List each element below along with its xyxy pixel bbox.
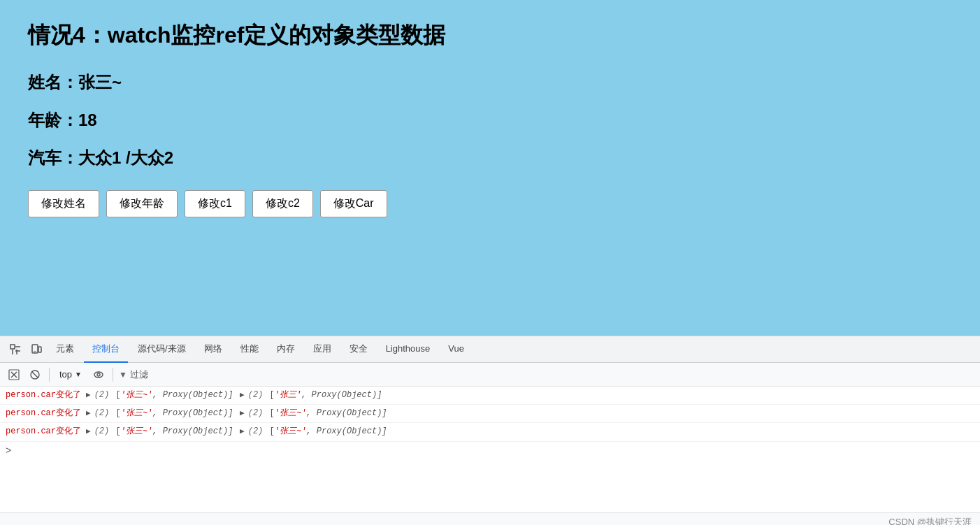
tab-network[interactable]: 网络 — [196, 336, 231, 363]
svg-rect-0 — [10, 345, 15, 349]
btn-modify-name[interactable]: 修改姓名 — [28, 190, 99, 217]
log-array-3a: [ — [110, 425, 120, 438]
svg-point-14 — [97, 373, 100, 376]
log-arrow-1a[interactable]: ▶ — [86, 389, 91, 402]
page-title: 情况4：watch监控ref定义的对象类型数据 — [28, 21, 952, 50]
tab-performance[interactable]: 性能 — [232, 336, 267, 363]
watermark: CSDN @执键行天涯 — [0, 512, 980, 525]
watermark-text: CSDN @执键行天涯 — [888, 517, 972, 525]
devtools-tabs-bar: 元素 控制台 源代码/来源 网络 性能 内存 应用 安全 Lighthouse … — [0, 336, 980, 363]
console-caret-line[interactable]: > — [0, 442, 980, 459]
console-output: person.car变化了 ▶ (2) [ '张三~' , Proxy(Obje… — [0, 387, 980, 512]
name-display: 姓名：张三~ — [28, 71, 952, 94]
log-str-1a: '张三~' — [121, 389, 153, 402]
tab-memory[interactable]: 内存 — [268, 336, 303, 363]
log-arrow-3b[interactable]: ▶ — [235, 426, 244, 438]
eye-icon-btn[interactable] — [90, 366, 107, 383]
log-line-3: person.car变化了 ▶ (2) [ '张三~' , Proxy(Obje… — [0, 423, 980, 441]
log-line-2: person.car变化了 ▶ (2) [ '张三~' , Proxy(Obje… — [0, 405, 980, 423]
btn-modify-car[interactable]: 修改Car — [320, 190, 387, 217]
btn-modify-c1[interactable]: 修改c1 — [185, 190, 245, 217]
console-toolbar: top ▼ ▼ 过滤 — [0, 363, 980, 387]
log-array-1b: [ — [264, 389, 274, 402]
log-line-1: person.car变化了 ▶ (2) [ '张三~' , Proxy(Obje… — [0, 387, 980, 405]
log-count-3a: (2) — [94, 425, 110, 438]
log-arrow-2a[interactable]: ▶ — [86, 408, 91, 420]
button-row: 修改姓名 修改年龄 修改c1 修改c2 修改Car — [28, 190, 952, 217]
svg-line-12 — [32, 371, 38, 377]
log-proxy-1b: , Proxy(Object)] — [301, 389, 382, 402]
log-arrow-1b[interactable]: ▶ — [235, 389, 244, 402]
age-display: 年龄：18 — [28, 109, 952, 131]
tab-vue[interactable]: Vue — [440, 336, 473, 363]
log-count-1b: (2) — [248, 389, 264, 402]
svg-point-13 — [94, 372, 103, 377]
svg-rect-6 — [38, 347, 41, 352]
car-display: 汽车：大众1 /大众2 — [28, 147, 952, 169]
tab-console[interactable]: 控制台 — [84, 336, 128, 363]
log-count-2a: (2) — [94, 407, 110, 420]
log-array-1a: [ — [110, 389, 120, 402]
caret-icon: > — [6, 445, 11, 456]
clear-console-btn[interactable] — [6, 366, 22, 383]
log-proxy-3a: , Proxy(Object)] — [152, 425, 233, 438]
log-array-3b: [ — [264, 425, 274, 438]
log-count-1a: (2) — [94, 389, 110, 402]
log-label-1: person.car变化了 — [6, 389, 81, 402]
tab-security[interactable]: 安全 — [341, 336, 376, 363]
tab-lighthouse[interactable]: Lighthouse — [377, 336, 439, 363]
filter-box: ▼ 过滤 — [119, 368, 148, 381]
toolbar-divider2 — [113, 368, 113, 382]
log-array-2a: [ — [110, 407, 120, 420]
log-proxy-3b: , Proxy(Object)] — [306, 425, 387, 438]
log-count-3b: (2) — [248, 425, 264, 438]
log-str-2a: '张三~' — [121, 407, 153, 420]
tab-sources[interactable]: 源代码/来源 — [129, 336, 194, 363]
filter-label: 过滤 — [130, 368, 148, 381]
log-count-2b: (2) — [248, 407, 264, 420]
log-label-2: person.car变化了 — [6, 407, 81, 420]
dropdown-arrow-icon: ▼ — [75, 371, 82, 378]
toolbar-divider — [49, 368, 50, 382]
log-proxy-1a: , Proxy(Object)] — [152, 389, 233, 402]
main-content-area: 情况4：watch监控ref定义的对象类型数据 姓名：张三~ 年龄：18 汽车：… — [0, 0, 980, 336]
log-proxy-2a: , Proxy(Object)] — [152, 407, 233, 420]
device-toolbar-icon[interactable] — [27, 340, 46, 359]
btn-modify-c2[interactable]: 修改c2 — [252, 190, 313, 217]
log-arrow-2b[interactable]: ▶ — [235, 408, 244, 420]
log-str-3b: '张三~' — [275, 425, 307, 438]
log-label-3: person.car变化了 — [6, 425, 81, 438]
log-array-2b: [ — [264, 407, 274, 420]
devtools-panel: 元素 控制台 源代码/来源 网络 性能 内存 应用 安全 Lighthouse … — [0, 336, 980, 525]
log-str-3a: '张三~' — [121, 425, 153, 438]
log-arrow-3a[interactable]: ▶ — [86, 426, 91, 438]
log-str-1b: '张三' — [275, 389, 301, 402]
context-selector[interactable]: top ▼ — [55, 368, 86, 381]
tab-application[interactable]: 应用 — [305, 336, 340, 363]
tab-elements[interactable]: 元素 — [48, 336, 82, 363]
block-network-btn[interactable] — [27, 366, 43, 383]
inspect-element-icon[interactable] — [6, 340, 25, 359]
log-proxy-2b: , Proxy(Object)] — [306, 407, 387, 420]
log-str-2b: '张三~' — [275, 407, 307, 420]
filter-icon: ▼ — [119, 370, 127, 380]
btn-modify-age[interactable]: 修改年龄 — [106, 190, 178, 217]
